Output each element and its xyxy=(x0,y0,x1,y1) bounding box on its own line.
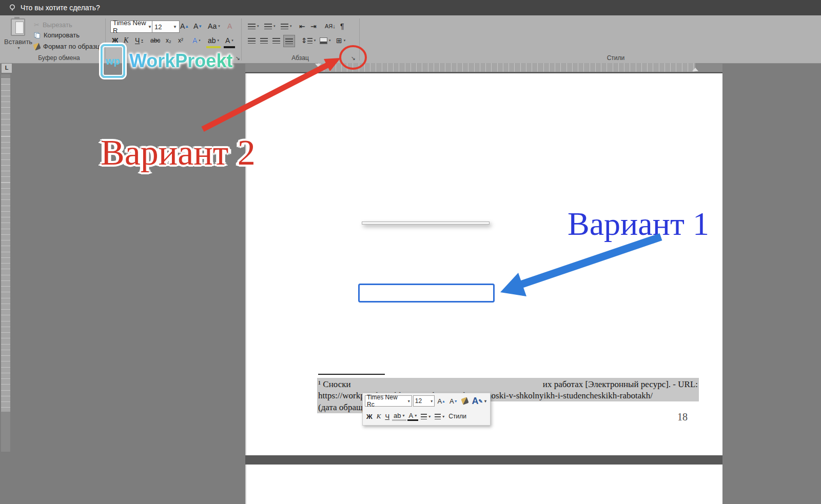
font-family-value: Times New R xyxy=(113,19,146,34)
logo-badge: wp xyxy=(101,44,125,78)
font-dialog-launcher[interactable]: ↘ xyxy=(234,54,241,62)
grow-font-button[interactable]: А▲ xyxy=(179,21,190,32)
clear-formatting-button[interactable]: А xyxy=(226,21,233,32)
mini-styles-label[interactable]: Стили xyxy=(447,413,468,420)
page-number: 18 xyxy=(677,411,688,423)
mini-italic-button[interactable]: К xyxy=(375,412,383,420)
footnote-text: ¹ Сноски xyxy=(318,379,351,390)
mini-underline-button[interactable]: Ч xyxy=(383,413,391,420)
align-center-button[interactable] xyxy=(259,35,269,46)
align-left-button[interactable] xyxy=(246,35,257,46)
paste-dropdown-caret[interactable]: ▾ xyxy=(6,46,32,50)
document-page-2[interactable] xyxy=(245,465,722,504)
cut-label: Вырезать xyxy=(43,21,72,29)
styles-group-label: Стили xyxy=(585,54,647,62)
mini-highlight-button[interactable]: ab▾ xyxy=(392,412,406,421)
group-separator xyxy=(359,18,360,61)
paste-label: Вставить xyxy=(4,38,32,46)
ruler-text-zone xyxy=(318,63,695,72)
sort-button[interactable]: АЯ↓ xyxy=(323,21,337,32)
tab-selector[interactable]: L xyxy=(1,63,12,73)
right-indent-marker[interactable] xyxy=(692,68,698,71)
mini-styles-button[interactable]: А✎▾ xyxy=(471,396,488,407)
tell-me-search[interactable]: Что вы хотите сделать? xyxy=(8,0,100,15)
workproekt-logo: wp WorkProekt xyxy=(101,44,232,78)
mini-shrink-font-button[interactable]: А▼ xyxy=(448,397,459,405)
vertical-ruler[interactable] xyxy=(1,74,10,452)
paragraph-dialog-launcher[interactable]: ↘ xyxy=(349,54,357,62)
clipboard-icon xyxy=(11,18,25,36)
increase-indent-button[interactable]: ⇥ xyxy=(309,21,318,32)
mini-grow-font-button[interactable]: А▲ xyxy=(436,397,447,405)
mini-numbering-button[interactable]: ▾ xyxy=(433,414,446,419)
format-painter-button[interactable]: Формат по образцу xyxy=(34,42,103,51)
ruler-text-zone xyxy=(1,78,10,412)
copy-button[interactable]: Копировать xyxy=(34,31,80,39)
copy-label: Копировать xyxy=(44,31,80,39)
align-right-button[interactable] xyxy=(271,35,282,46)
ribbon-tab-bar: Что вы хотите сделать? xyxy=(0,0,821,15)
lightbulb-icon xyxy=(8,4,16,12)
font-size-value: 12 xyxy=(154,23,162,31)
paste-button[interactable]: Вставить ▾ xyxy=(4,18,32,54)
shading-button[interactable]: ▾ xyxy=(318,35,333,46)
decrease-indent-button[interactable]: ⇤ xyxy=(298,21,307,32)
footnote-separator xyxy=(318,374,385,375)
numbering-button[interactable]: ▾ xyxy=(263,21,277,32)
context-menu xyxy=(362,221,490,225)
mini-font-family-combo[interactable]: Times New Rc▾ xyxy=(365,395,412,407)
borders-button[interactable]: ⊞▾ xyxy=(335,35,347,46)
mini-font-color-button[interactable]: А▾ xyxy=(407,412,419,421)
hanging-indent-marker[interactable] xyxy=(315,68,321,71)
mini-font-size-combo[interactable]: 12▾ xyxy=(413,395,435,407)
font-family-combo[interactable]: Times New R▼ xyxy=(110,21,154,33)
font-size-combo[interactable]: 12▼ xyxy=(152,21,180,33)
mini-format-painter-button[interactable] xyxy=(460,398,470,404)
format-painter-label: Формат по образцу xyxy=(43,43,103,50)
mini-toolbar: Times New Rc▾ 12▾ А▲ А▼ А✎▾ Ж К Ч ab▾ А▾… xyxy=(362,393,491,426)
horizontal-ruler[interactable] xyxy=(245,63,722,72)
annotation-variant-2: Вариант 2 xyxy=(101,132,256,173)
footnote-text: их работах [Электронный ресурс]. - URL: xyxy=(543,379,698,390)
annotation-variant-1: Вариант 1 xyxy=(568,205,709,243)
chevron-down-icon: ▼ xyxy=(173,25,177,29)
shrink-font-button[interactable]: А▼ xyxy=(192,21,204,32)
line-spacing-button[interactable]: ⇕▾ xyxy=(300,35,317,46)
multilevel-list-button[interactable]: ▾ xyxy=(279,21,294,32)
word-window: Что вы хотите сделать? Вставить ▾ ✂ Выре… xyxy=(0,0,821,504)
justify-button[interactable] xyxy=(283,35,295,47)
footnote-text: (дата обращ xyxy=(318,402,363,413)
copy-icon xyxy=(34,32,41,39)
format-painter-icon xyxy=(33,43,41,50)
first-line-indent-marker[interactable] xyxy=(315,64,321,67)
tell-me-label[interactable]: Что вы хотите сделать? xyxy=(21,4,100,12)
mini-bold-button[interactable]: Ж xyxy=(365,413,374,420)
mini-bullets-button[interactable]: ▾ xyxy=(419,414,432,419)
chevron-down-icon: ▼ xyxy=(148,25,152,29)
paragraph-group-label: Абзац xyxy=(267,54,334,62)
bullets-button[interactable]: ▾ xyxy=(246,21,261,32)
clipboard-group-label: Буфер обмена xyxy=(21,54,97,62)
page-gap xyxy=(245,455,722,465)
change-case-button[interactable]: Аа▾ xyxy=(206,21,222,32)
cut-button[interactable]: ✂ Вырезать xyxy=(34,21,72,29)
logo-text: WorkProekt xyxy=(129,50,232,72)
scissors-icon: ✂ xyxy=(34,21,40,29)
show-marks-button[interactable]: ¶ xyxy=(339,21,346,32)
group-separator xyxy=(241,18,242,61)
